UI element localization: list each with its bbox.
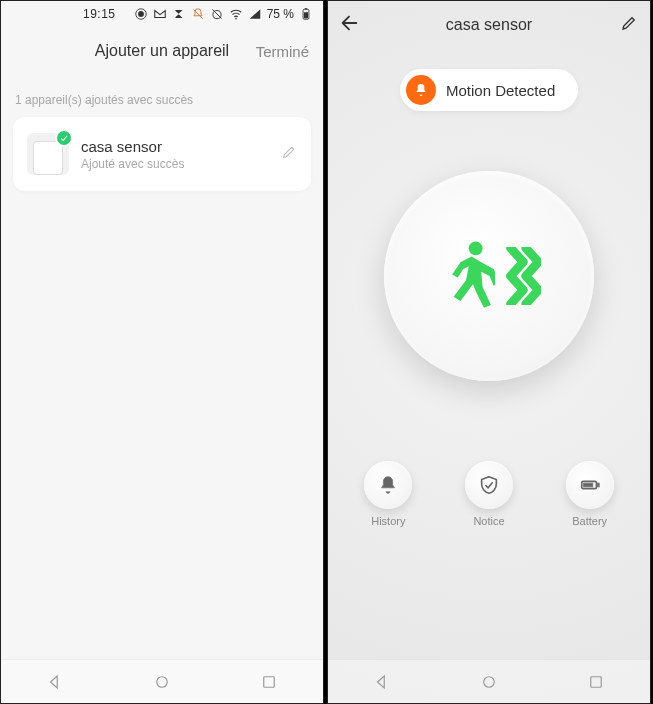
svg-point-5 <box>235 18 237 20</box>
edit-button[interactable] <box>620 14 638 36</box>
nav-back-icon[interactable] <box>45 672 65 692</box>
signal-waves-icon <box>503 247 541 305</box>
battery-label: Battery <box>572 515 607 527</box>
svg-point-11 <box>469 241 483 255</box>
device-info: casa sensor Ajouté avec succès <box>81 138 269 171</box>
nav-back-icon[interactable] <box>372 672 392 692</box>
device-card[interactable]: casa sensor Ajouté avec succès <box>13 117 311 191</box>
history-button[interactable]: History <box>364 461 412 527</box>
shield-icon <box>478 474 500 496</box>
motion-status-label: Motion Detected <box>446 82 555 99</box>
bottom-action-row: History Notice Battery <box>328 461 650 527</box>
phone-sensor-detail: casa sensor Motion Detected History Noti… <box>327 0 651 704</box>
running-person-icon <box>437 240 495 312</box>
status-time: 19:15 <box>83 7 116 21</box>
svg-point-9 <box>157 676 168 687</box>
rename-button[interactable] <box>281 144 297 164</box>
svg-rect-7 <box>304 12 308 18</box>
device-thumbnail <box>27 133 69 175</box>
success-count-text: 1 appareil(s) ajoutés avec succès <box>1 75 323 117</box>
success-check-icon <box>55 129 73 147</box>
page-title: casa sensor <box>446 16 532 34</box>
svg-point-15 <box>484 676 495 687</box>
sigma-icon <box>172 7 186 21</box>
phone-add-device: 19:15 75 % Ajouter un appareil Terminé 1… <box>0 0 324 704</box>
notice-button[interactable]: Notice <box>465 461 513 527</box>
history-label: History <box>371 515 405 527</box>
status-bar: 19:15 75 % <box>1 1 323 27</box>
svg-rect-10 <box>264 676 275 687</box>
nav-recent-icon[interactable] <box>259 672 279 692</box>
device-status: Ajouté avec succès <box>81 157 269 171</box>
android-navbar <box>1 659 323 703</box>
notice-label: Notice <box>473 515 504 527</box>
signal-icon <box>248 7 262 21</box>
android-navbar <box>328 659 650 703</box>
alarm-off-icon <box>210 7 224 21</box>
header: Ajouter un appareil Terminé <box>1 27 323 75</box>
svg-rect-14 <box>583 483 592 487</box>
svg-rect-16 <box>591 676 602 687</box>
bell-icon <box>377 474 399 496</box>
page-title: Ajouter un appareil <box>95 42 229 60</box>
record-icon <box>134 7 148 21</box>
battery-button[interactable]: Battery <box>566 461 614 527</box>
motion-status-chip[interactable]: Motion Detected <box>400 69 578 111</box>
svg-rect-13 <box>597 483 599 487</box>
device-name: casa sensor <box>81 138 269 155</box>
done-button[interactable]: Terminé <box>256 43 309 60</box>
nav-recent-icon[interactable] <box>586 672 606 692</box>
gmail-icon <box>153 7 167 21</box>
back-button[interactable] <box>338 12 360 38</box>
svg-point-0 <box>138 11 144 17</box>
header: casa sensor <box>328 1 650 49</box>
svg-rect-8 <box>305 8 307 9</box>
battery-percent: 75 % <box>267 7 294 21</box>
nav-home-icon[interactable] <box>479 672 499 692</box>
mute-icon <box>191 7 205 21</box>
wifi-icon <box>229 7 243 21</box>
battery-icon <box>299 7 313 21</box>
battery-icon <box>579 474 601 496</box>
bell-icon <box>406 75 436 105</box>
sensor-main-indicator[interactable] <box>384 171 594 381</box>
nav-home-icon[interactable] <box>152 672 172 692</box>
